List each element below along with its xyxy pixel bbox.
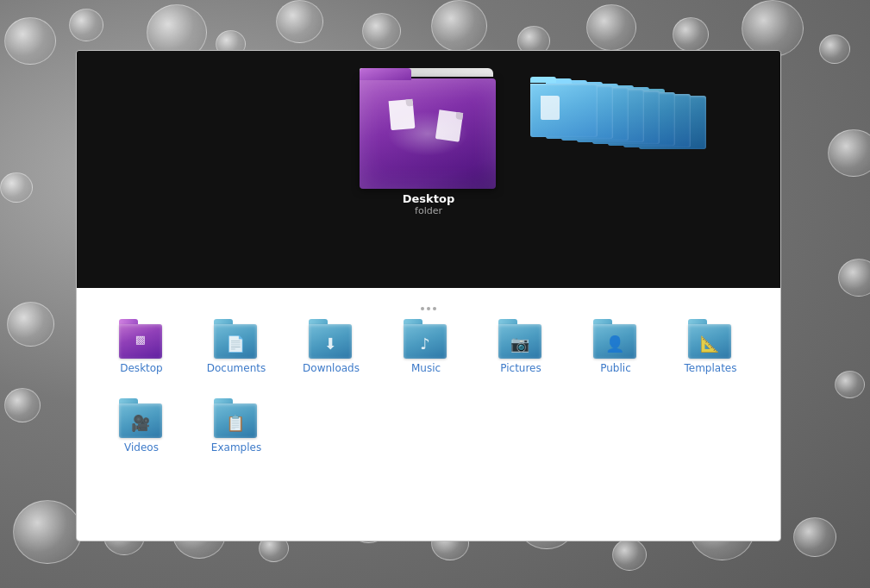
scroll-dot bbox=[427, 307, 430, 310]
file-label-templates: Templates bbox=[684, 362, 736, 376]
blue-folders-stack bbox=[530, 77, 729, 172]
file-item-pictures[interactable]: 📷 Pictures bbox=[473, 312, 568, 383]
file-item-desktop[interactable]: ▩ Desktop bbox=[94, 312, 189, 383]
folder-icon-documents: 📄 bbox=[214, 319, 259, 359]
folder-body: 📐 bbox=[688, 324, 731, 359]
desktop-folder-large-icon bbox=[360, 68, 498, 189]
file-item-templates[interactable]: 📐 Templates bbox=[663, 312, 758, 383]
preview-area: Desktop folder bbox=[77, 51, 780, 288]
folder-icon-pictures: 📷 bbox=[498, 319, 543, 359]
desktop-large-label: Desktop bbox=[403, 192, 454, 205]
folder-inner-icon: ⬇ bbox=[323, 335, 336, 353]
file-manager-window: Desktop folder bbox=[76, 50, 781, 541]
scroll-indicator bbox=[94, 302, 763, 312]
desktop-large-preview: Desktop folder bbox=[360, 68, 498, 216]
folder-inner-icon: ♪ bbox=[420, 335, 430, 353]
desktop-large-sublabel: folder bbox=[415, 205, 442, 216]
folder-inner-icon: 👤 bbox=[605, 335, 624, 353]
folder-body: ⬇ bbox=[309, 324, 352, 359]
file-item-public[interactable]: 👤 Public bbox=[568, 312, 663, 383]
folder-inner-icon: 📐 bbox=[700, 335, 719, 353]
file-label-desktop: Desktop bbox=[120, 362, 163, 376]
folder-body: 👤 bbox=[593, 324, 636, 359]
folder-icon-templates: 📐 bbox=[688, 319, 733, 359]
folder-icon-downloads: ⬇ bbox=[309, 319, 354, 359]
folder-body: 📋 bbox=[214, 403, 257, 438]
files-grid: ▩ Desktop 📄 Documents ⬇ Downloads bbox=[94, 312, 763, 461]
file-item-downloads[interactable]: ⬇ Downloads bbox=[284, 312, 379, 383]
folder-inner-icon: ▩ bbox=[135, 333, 146, 346]
folder-icon-examples: 📋 bbox=[214, 398, 259, 438]
folder-icon-public: 👤 bbox=[593, 319, 638, 359]
folder-inner-icon: 📷 bbox=[510, 335, 529, 353]
file-item-documents[interactable]: 📄 Documents bbox=[189, 312, 284, 383]
folder-icon-desktop: ▩ bbox=[119, 319, 164, 359]
folder-body: ♪ bbox=[404, 324, 447, 359]
file-label-videos: Videos bbox=[124, 441, 159, 455]
doc-icon-1 bbox=[389, 99, 416, 130]
files-area: ▩ Desktop 📄 Documents ⬇ Downloads bbox=[77, 288, 780, 541]
folder-icon-music: ♪ bbox=[404, 319, 448, 359]
file-label-public: Public bbox=[600, 362, 631, 376]
folder-icon-videos: 🎥 bbox=[119, 398, 164, 438]
file-label-downloads: Downloads bbox=[303, 362, 360, 376]
file-label-pictures: Pictures bbox=[500, 362, 541, 376]
folder-inner-icon: 🎥 bbox=[131, 414, 150, 432]
folder-body-purple bbox=[360, 78, 496, 189]
folder-body: 📄 bbox=[214, 324, 257, 359]
file-item-music[interactable]: ♪ Music bbox=[379, 312, 473, 383]
folder-inner-icon: 📄 bbox=[226, 335, 245, 353]
scroll-dot bbox=[433, 307, 436, 310]
file-label-examples: Examples bbox=[211, 441, 261, 455]
folder-body: ▩ bbox=[119, 324, 162, 359]
folder-inner-icon: 📋 bbox=[226, 414, 245, 432]
folder-body: 🎥 bbox=[119, 403, 162, 438]
doc-icon-2 bbox=[435, 109, 463, 142]
file-item-videos[interactable]: 🎥 Videos bbox=[94, 391, 189, 462]
file-label-music: Music bbox=[411, 362, 441, 376]
file-item-examples[interactable]: 📋 Examples bbox=[189, 391, 284, 462]
scroll-dot bbox=[421, 307, 424, 310]
folder-body: 📷 bbox=[498, 324, 541, 359]
file-label-documents: Documents bbox=[207, 362, 266, 376]
